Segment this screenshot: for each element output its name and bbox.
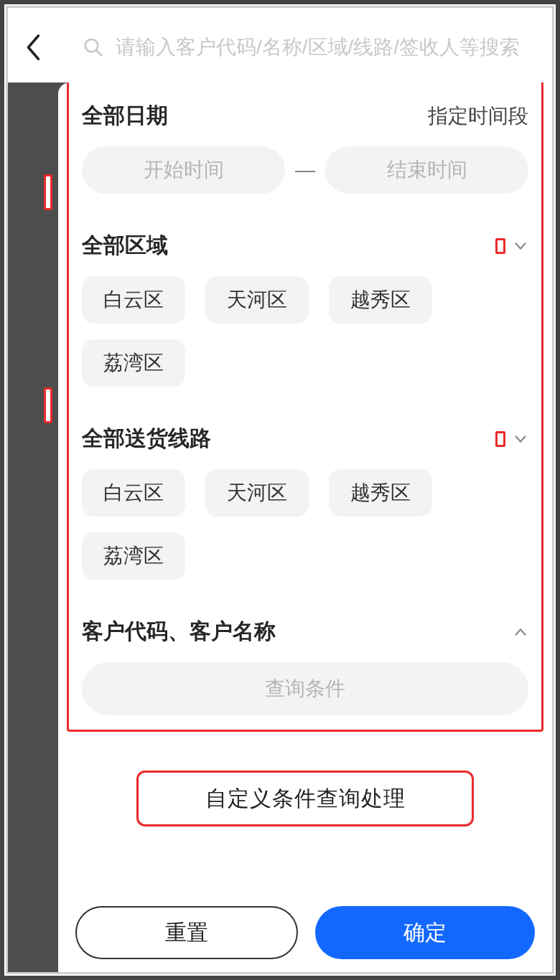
chevron-down-icon <box>513 238 528 254</box>
region-title: 全部区域 <box>82 231 168 260</box>
region-chip[interactable]: 天河区 <box>205 276 309 324</box>
route-chip[interactable]: 越秀区 <box>329 469 432 517</box>
search-icon <box>83 37 104 58</box>
date-range-toggle[interactable]: 指定时间段 <box>428 103 528 130</box>
date-separator: — <box>285 159 325 182</box>
route-chip[interactable]: 天河区 <box>205 469 309 517</box>
search-placeholder: 请输入客户代码/名称/区域/线路/签收人等搜索 <box>116 34 520 61</box>
confirm-button[interactable]: 确定 <box>315 906 535 959</box>
region-chip[interactable]: 越秀区 <box>329 276 432 324</box>
chevron-down-icon <box>513 431 528 447</box>
region-expand[interactable] <box>495 238 528 254</box>
route-section: 全部送货线路 白云区 天河区 越秀区 荔湾区 <box>82 424 528 580</box>
date-section: 全部日期 指定时间段 开始时间 — 结束时间 <box>82 101 528 194</box>
customer-section: 客户代码、客户名称 查询条件 <box>82 617 528 715</box>
start-date-input[interactable]: 开始时间 <box>82 146 285 194</box>
filter-panel: 全部日期 指定时间段 开始时间 — 结束时间 全部区域 <box>58 83 552 972</box>
region-chips: 白云区 天河区 越秀区 荔湾区 <box>82 276 528 387</box>
svg-line-1 <box>96 50 101 55</box>
route-highlight-icon <box>495 431 505 447</box>
region-highlight-icon <box>495 238 505 254</box>
chevron-up-icon <box>513 624 528 640</box>
customer-collapse[interactable] <box>513 624 528 640</box>
date-title: 全部日期 <box>82 101 168 131</box>
end-date-placeholder: 结束时间 <box>387 156 467 184</box>
custom-query-callout: 自定义条件查询处理 <box>136 771 474 826</box>
customer-query-input[interactable]: 查询条件 <box>82 662 528 715</box>
back-button[interactable] <box>17 30 51 65</box>
region-chip[interactable]: 荔湾区 <box>82 339 185 387</box>
custom-query-callout-label: 自定义条件查询处理 <box>205 784 406 814</box>
customer-query-placeholder: 查询条件 <box>265 675 345 702</box>
confirm-label: 确定 <box>403 918 447 948</box>
region-section: 全部区域 白云区 天河区 越秀区 荔湾区 <box>82 231 528 387</box>
search-input[interactable]: 请输入客户代码/名称/区域/线路/签收人等搜索 <box>65 21 543 74</box>
chevron-left-icon <box>24 33 43 62</box>
reset-label: 重置 <box>165 918 208 948</box>
route-title: 全部送货线路 <box>82 424 211 453</box>
route-chip[interactable]: 白云区 <box>82 469 185 517</box>
customer-title: 客户代码、客户名称 <box>82 617 276 646</box>
route-chips: 白云区 天河区 越秀区 荔湾区 <box>82 469 528 580</box>
filter-form-highlight: 全部日期 指定时间段 开始时间 — 结束时间 全部区域 <box>67 83 543 732</box>
end-date-input[interactable]: 结束时间 <box>325 146 528 194</box>
route-chip[interactable]: 荔湾区 <box>82 532 185 580</box>
start-date-placeholder: 开始时间 <box>144 156 224 184</box>
region-chip[interactable]: 白云区 <box>82 276 185 324</box>
route-expand[interactable] <box>495 431 528 447</box>
footer-actions: 重置 确定 <box>58 893 552 972</box>
reset-button[interactable]: 重置 <box>75 906 298 959</box>
